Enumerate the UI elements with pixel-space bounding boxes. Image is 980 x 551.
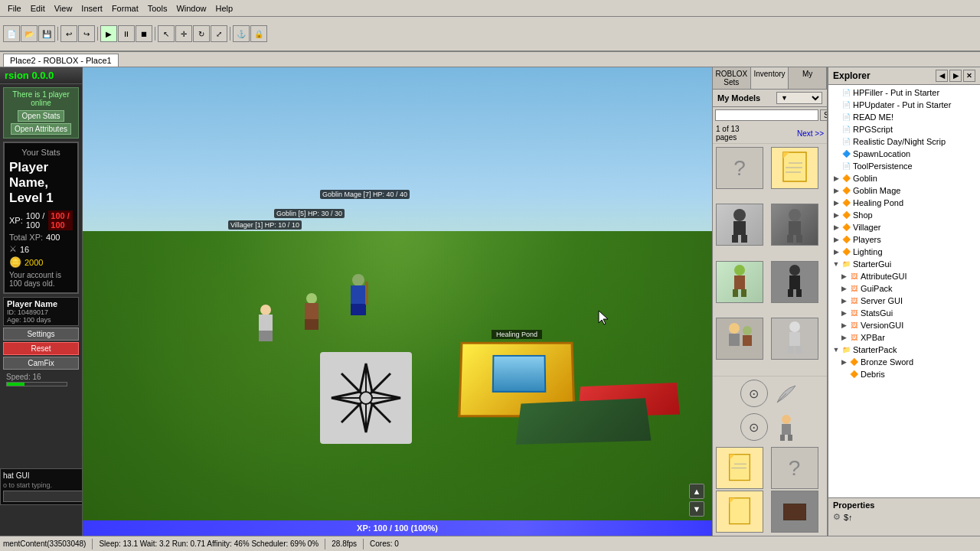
toolbar-sep3 [155, 27, 155, 41]
svg-point-18 [789, 265, 800, 276]
tree-debris[interactable]: 🔶 Debris [830, 368, 978, 380]
toolbar-anchor[interactable]: ⚓ [233, 25, 250, 42]
explorer-close-btn[interactable]: ✕ [963, 70, 975, 82]
svg-rect-25 [743, 335, 752, 346]
toolbar-rotate[interactable]: ↻ [193, 25, 210, 42]
scroll-up-btn[interactable]: ▲ [689, 484, 704, 499]
menu-tools[interactable]: Tools [143, 2, 172, 15]
model-thumb-extra-3[interactable] [716, 491, 763, 533]
tab-my[interactable]: My [789, 67, 827, 89]
model-thumb-8[interactable] [771, 318, 818, 360]
game-viewport[interactable]: Goblin Mage [7] HP: 40 / 40 Goblin [5] H… [83, 67, 712, 536]
reset-btn[interactable]: Reset [3, 342, 79, 355]
settings-btn[interactable]: Settings [3, 328, 79, 341]
next-page-btn[interactable]: Next >> [797, 129, 824, 138]
toolbar-redo[interactable]: ↪ [78, 25, 95, 42]
tree-spawnloc[interactable]: 🔷 SpawnLocation [830, 148, 978, 160]
tree-guipack[interactable]: ▶ 🖼 GuiPack [830, 282, 978, 295]
model-thumb-extra-4[interactable] [771, 491, 818, 533]
toolbar-move[interactable]: ✛ [175, 25, 192, 42]
chat-input[interactable] [3, 491, 83, 502]
tree-shop[interactable]: ▶ 🔶 Shop [830, 209, 978, 221]
menu-view[interactable]: View [50, 2, 77, 15]
toolbar-select[interactable]: ↖ [158, 25, 175, 42]
folder-icon-2: 📁 [841, 344, 851, 355]
star-symbol [320, 352, 412, 444]
model-thumb-4[interactable] [771, 204, 818, 246]
toolbar-undo[interactable]: ↩ [60, 25, 77, 42]
svg-rect-32 [780, 435, 785, 441]
script-icon-3: 📄 [841, 112, 851, 122]
svg-point-26 [789, 321, 800, 332]
models-dropdown[interactable]: ▼ [776, 92, 822, 104]
main-tab[interactable]: Place2 - ROBLOX - Place1 [3, 54, 119, 67]
open-stats-btn[interactable]: Open Stats [18, 110, 64, 122]
model-thumb-5[interactable] [716, 261, 763, 303]
tree-healingpond[interactable]: ▶ 🔶 Healing Pond [830, 197, 978, 209]
tree-goblin[interactable]: ▶ 🔶 Goblin [830, 172, 978, 184]
tab-roblox-sets[interactable]: ROBLOX Sets [713, 67, 751, 89]
tree-starterpack[interactable]: ▼ 📁 StarterPack [830, 344, 978, 356]
model-thumb-3[interactable] [716, 204, 763, 246]
tree-statsgui[interactable]: ▶ 🖼 StatsGui [830, 307, 978, 319]
online-notice: There is 1 player online Open Stats Open… [3, 87, 79, 139]
svg-rect-2 [783, 152, 806, 181]
svg-rect-12 [787, 235, 793, 243]
tree-startergui[interactable]: ▼ 📁 StarterGui [830, 258, 978, 270]
explorer-prev-btn[interactable]: ◀ [936, 70, 948, 82]
scroll-circle-btn-2[interactable]: ⊙ [740, 413, 768, 441]
tree-hpupdater[interactable]: 📄 HPUpdater - Put in Starter [830, 99, 978, 111]
tree-servergui[interactable]: ▶ 🖼 Server GUI [830, 295, 978, 307]
speed-fill [7, 383, 24, 386]
tree-goblinmage[interactable]: ▶ 🔶 Goblin Mage [830, 184, 978, 197]
tab-inventory[interactable]: Inventory [751, 67, 789, 89]
explorer-next-btn[interactable]: ▶ [949, 70, 962, 82]
menu-window[interactable]: Window [172, 2, 211, 15]
svg-rect-20 [788, 289, 793, 297]
script-icon-4: 📄 [841, 124, 851, 135]
tree-xpbar[interactable]: ▶ 🖼 XPBar [830, 331, 978, 344]
toolbar-play[interactable]: ▶ [100, 25, 117, 42]
tree-lighting[interactable]: ▶ 🔶 Lighting [830, 246, 978, 258]
model-thumb-7[interactable] [716, 318, 763, 360]
toolbar-pause[interactable]: ⏸ [118, 25, 135, 42]
search-input[interactable] [715, 109, 818, 121]
tree-readme[interactable]: 📄 READ ME! [830, 111, 978, 123]
toolbar-scale[interactable]: ⤢ [211, 25, 227, 42]
model-thumb-extra-1[interactable] [716, 447, 763, 489]
chat-hint: o to start typing. [3, 481, 80, 489]
menu-insert[interactable]: Insert [77, 2, 107, 15]
menu-file[interactable]: File [3, 2, 26, 15]
model-thumb-6[interactable] [771, 261, 818, 303]
svg-point-30 [782, 415, 791, 424]
toolbar-stop[interactable]: ⏹ [136, 25, 152, 42]
toolbar-lock[interactable]: 🔒 [250, 25, 267, 42]
toolbar-save[interactable]: 💾 [38, 25, 55, 42]
model-thumb-2[interactable] [771, 147, 818, 189]
model-thumb-1[interactable]: ? [716, 147, 763, 189]
tree-daynight[interactable]: 📄 Realistic Day/Night Scrip [830, 135, 978, 148]
toolbar-open[interactable]: 📂 [21, 25, 38, 42]
tree-attributegui[interactable]: ▶ 🖼 AttributeGUI [830, 270, 978, 282]
tree-players[interactable]: ▶ 🔶 Players [830, 233, 978, 246]
gui-icon-1: 🖼 [848, 271, 859, 282]
menu-help[interactable]: Help [211, 2, 238, 15]
tree-bronzesword[interactable]: ▶ 🔶 Bronze Sword [830, 356, 978, 368]
tree-toolpersist[interactable]: 📄 ToolPersistence [830, 160, 978, 172]
scroll-down-btn[interactable]: ▼ [689, 501, 704, 517]
scroll-circle-btn-1[interactable]: ⊙ [740, 380, 768, 407]
svg-rect-9 [741, 235, 747, 243]
tree-hpfiller[interactable]: 📄 HPFiller - Put in Starter [830, 86, 978, 99]
menu-edit[interactable]: Edit [26, 2, 50, 15]
open-attrs-btn[interactable]: Open Attributes [11, 123, 71, 135]
camfix-btn[interactable]: CamFix [3, 357, 79, 370]
tree-versiongui[interactable]: ▶ 🖼 VersionGUI [830, 319, 978, 331]
tree-rpgscript[interactable]: 📄 RPGScript [830, 123, 978, 135]
toolbar-new[interactable]: 📄 [3, 25, 20, 42]
menu-format[interactable]: Format [107, 2, 143, 15]
model-thumb-extra-2[interactable]: ? [771, 447, 818, 489]
account-age: Your account is 100 days old. [9, 271, 73, 288]
main-layout: rsion 0.0.0 There is 1 player online Ope… [0, 67, 980, 536]
tree-villager[interactable]: ▶ 🔶 Villager [830, 221, 978, 233]
statusbar: mentContent(33503048) Sleep: 13.1 Wait: … [0, 536, 980, 551]
